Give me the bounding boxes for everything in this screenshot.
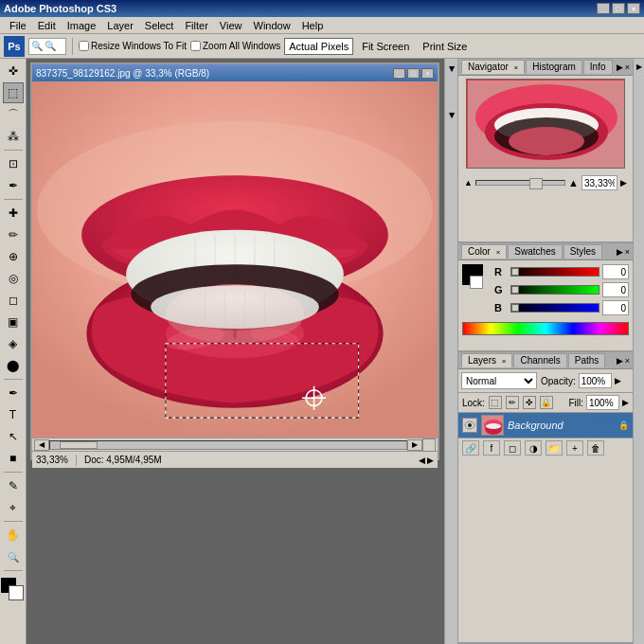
tab-styles[interactable]: Styles [564,244,602,259]
color-menu-btn[interactable]: ▶ [617,247,623,257]
menu-edit[interactable]: Edit [32,19,62,32]
b-value-input[interactable] [602,300,629,315]
panel-menu-btn[interactable]: ▶ [617,63,623,72]
history-tool[interactable]: ◎ [3,268,24,289]
clone-tool[interactable]: ⊕ [3,246,24,267]
lock-pixels-btn[interactable]: ✏ [506,396,519,409]
menu-file[interactable]: File [4,19,32,32]
path-select-tool[interactable]: ↖ [3,426,24,447]
menu-select[interactable]: Select [139,19,180,32]
add-style-btn[interactable]: f [483,440,500,456]
menu-view[interactable]: View [214,19,248,32]
panel-collapse-strip[interactable]: ▶ ▶ [444,59,457,644]
hand-tool[interactable]: ✋ [3,525,24,546]
color-close-btn[interactable]: × [625,247,630,257]
h-scroll-thumb[interactable] [60,441,98,449]
nav-menu-btn[interactable]: ▶ [620,178,627,188]
type-tool[interactable]: T [3,404,24,425]
close-btn[interactable]: × [627,3,640,14]
layers-close-btn[interactable]: × [625,356,630,366]
layers-tab-close[interactable]: × [502,357,507,366]
layers-panel-controls[interactable]: ▶ × [617,356,630,366]
menu-filter[interactable]: Filter [179,19,213,32]
r-slider[interactable] [510,267,599,277]
shape-tool[interactable]: ■ [3,448,24,469]
collapse-arrow-2[interactable]: ▶ [447,113,456,118]
g-value-input[interactable] [602,282,629,297]
layer-visibility-eye[interactable] [462,418,477,433]
brush-tool[interactable]: ✏ [3,224,24,245]
tab-histogram[interactable]: Histogram [526,60,582,74]
eraser-tool[interactable]: ◻ [3,290,24,311]
h-scroll-track[interactable] [49,440,407,450]
g-slider[interactable] [510,285,599,295]
canvas-controls[interactable]: _ □ × [393,68,434,79]
color-panel-controls[interactable]: ▶ × [617,247,630,257]
minimize-btn[interactable]: _ [597,3,610,14]
maximize-btn[interactable]: □ [612,3,625,14]
tab-color[interactable]: Color × [461,244,507,259]
canvas-nav-arrows[interactable]: ◀ ▶ [419,456,434,465]
tab-channels[interactable]: Channels [513,353,566,367]
scroll-right-btn[interactable]: ▶ [407,439,422,451]
zoom-slider-track[interactable] [475,180,565,186]
marquee-tool[interactable]: ⬚ [3,82,24,103]
delete-layer-btn[interactable]: 🗑 [587,440,604,456]
lasso-tool[interactable]: ⌒ [3,104,24,125]
zoom-tool[interactable]: 🔍 [3,546,24,567]
magic-wand-tool[interactable]: ⁂ [3,126,24,147]
canvas-minimize[interactable]: _ [393,68,405,79]
collapse-arrow[interactable]: ▶ [447,66,456,72]
move-tool[interactable]: ✜ [3,61,24,81]
add-mask-btn[interactable]: ◻ [504,440,521,456]
zoom-all-label[interactable]: Zoom All Windows [190,41,280,51]
right-collapse-arrow[interactable]: ▶ [636,63,642,71]
menu-window[interactable]: Window [248,19,296,32]
canvas-maximize[interactable]: □ [407,68,420,79]
lock-transparent-btn[interactable]: ⬚ [489,396,502,409]
print-size-btn[interactable]: Print Size [418,38,472,55]
r-value-input[interactable] [602,264,629,279]
color-tab-close[interactable]: × [496,248,501,257]
next-frame-btn[interactable]: ▶ [427,456,434,465]
background-layer-row[interactable]: Background 🔒 [458,413,633,438]
scroll-left-btn[interactable]: ◀ [34,439,49,451]
crop-tool[interactable]: ⊡ [3,153,24,174]
actual-pixels-btn[interactable]: Actual Pixels [284,38,353,55]
lock-position-btn[interactable]: ✜ [523,396,536,409]
eyedropper2-tool[interactable]: ⌖ [3,497,24,518]
resize-windows-checkbox[interactable] [79,41,89,51]
zoom-slider-thumb[interactable] [529,178,543,189]
blend-mode-select[interactable]: NormalDissolveMultiplyScreenOverlay [461,372,537,389]
navigator-tab-close[interactable]: × [514,63,519,72]
fill-arrow[interactable]: ▶ [622,398,629,407]
background-color[interactable] [9,585,24,600]
color-boxes[interactable] [462,264,491,291]
heal-tool[interactable]: ✚ [3,203,24,224]
resize-windows-label[interactable]: Resize Windows To Fit [79,41,187,51]
r-slider-thumb[interactable] [511,268,519,276]
tab-paths[interactable]: Paths [568,353,606,367]
fill-input[interactable] [586,395,619,410]
tab-swatches[interactable]: Swatches [508,244,562,259]
right-collapse-strip[interactable]: ▶ [633,59,644,644]
new-adjustment-btn[interactable]: ◑ [525,440,542,456]
pen-tool[interactable]: ✒ [3,383,24,403]
link-layers-btn[interactable]: 🔗 [462,440,479,456]
b-slider-thumb[interactable] [511,304,519,312]
tab-info[interactable]: Info [583,60,613,74]
tab-navigator[interactable]: Navigator × [461,60,525,74]
b-slider[interactable] [510,303,599,313]
panel-header-controls[interactable]: ▶ × [617,63,630,72]
menu-help[interactable]: Help [296,19,330,32]
blur-tool[interactable]: ◈ [3,333,24,354]
gradient-tool[interactable]: ▣ [3,312,24,332]
zoom-input[interactable] [581,175,617,190]
tab-layers[interactable]: Layers × [461,353,512,367]
eyedropper-tool[interactable]: ✒ [3,175,24,196]
prev-frame-btn[interactable]: ◀ [419,456,425,465]
canvas-content[interactable] [32,81,438,438]
opacity-arrow[interactable]: ▶ [615,376,621,385]
new-layer-btn[interactable]: + [566,440,583,456]
opacity-input[interactable] [579,373,612,388]
